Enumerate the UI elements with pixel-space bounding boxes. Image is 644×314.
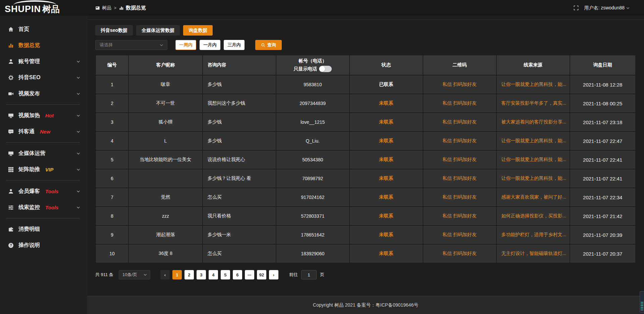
help-icon: ? (8, 243, 14, 248)
sidebar-divider (6, 142, 80, 143)
sidebar-item-data-overview[interactable]: 数据总览 (0, 37, 87, 53)
chevron-down-icon (76, 151, 80, 156)
status-badge: 未联系 (350, 94, 423, 113)
breadcrumb-root[interactable]: 树品 (95, 5, 111, 11)
cell-account: 70898792 (276, 169, 350, 188)
source-link[interactable]: 感谢大家喜欢我家，被问了好... (496, 188, 570, 207)
total-count: 共 911 条 (95, 272, 113, 278)
breadcrumb-separator: > (114, 6, 116, 10)
floating-widget[interactable] (640, 291, 644, 313)
cell-account: 178651642 (276, 225, 350, 244)
sidebar-item-douketong[interactable]: 抖客通 New (0, 123, 87, 140)
sidebar-item-home[interactable]: 首页 (0, 21, 87, 37)
grid-icon (8, 167, 14, 172)
page-size-select[interactable]: 10条/页 (119, 270, 150, 279)
source-link[interactable]: 让你一眼就爱上的黑科技，能... (496, 150, 570, 169)
cell-account: 917024162 (276, 188, 350, 207)
cell-date: 2021-11-08 12:28 (570, 75, 636, 94)
cell-id: 8 (96, 207, 128, 225)
source-link[interactable]: 被大家追着问的客厅投影分享... (496, 113, 570, 132)
qr-link[interactable]: 私信 扫码加好友 (423, 94, 496, 113)
content-divider (87, 16, 644, 20)
qr-link[interactable]: 私信 扫码加好友 (423, 244, 496, 263)
bar-chart-icon (8, 43, 14, 48)
phone-only-toggle[interactable] (319, 66, 332, 72)
logo[interactable]: SHUPIN 树品 (0, 0, 87, 16)
cell-nickname: 潮起潮落 (128, 225, 203, 244)
chat-icon (8, 129, 14, 135)
sidebar-item-omnimedia[interactable]: 全媒体运营 (0, 145, 87, 161)
sidebar-item-spending-details[interactable]: 消费明细 (0, 221, 87, 237)
page-ellipsis-button[interactable]: ••• (245, 270, 254, 279)
sidebar-item-instructions[interactable]: ? 操作说明 (0, 237, 87, 253)
source-link[interactable]: 如何正确选择投影仪，买投影... (496, 207, 570, 225)
page-button-3[interactable]: 3 (197, 270, 206, 279)
next-page-button[interactable]: › (269, 270, 278, 279)
search-button[interactable]: 查询 (255, 40, 282, 50)
cell-id: 4 (96, 132, 128, 150)
qr-link[interactable]: 私信 扫码加好友 (423, 207, 496, 225)
cell-date: 2021-11-07 23:18 (570, 113, 636, 132)
cell-id: 5 (96, 150, 128, 169)
table-row: 2 不可一世 我想问这个多少钱 2097344839 未联系 私信 扫码加好友 … (96, 94, 636, 113)
qr-link[interactable]: 私信 扫码加好友 (423, 169, 496, 188)
status-badge: 未联系 (350, 113, 423, 132)
page-button-92[interactable]: 92 (257, 270, 266, 279)
page-button-4[interactable]: 4 (209, 270, 218, 279)
sidebar-item-douyin-seo[interactable]: 抖音SEO (0, 69, 87, 86)
source-link[interactable]: 客厅安装投影半年多了，真实... (496, 94, 570, 113)
table-row: 7 觉然 怎么买 917024162 未联系 私信 扫码加好友 感谢大家喜欢我家… (96, 188, 636, 207)
sidebar-item-video-heating[interactable]: 视频加热 Hot (0, 107, 87, 123)
chevron-down-icon (76, 113, 80, 118)
sidebar-item-member-customers[interactable]: 会员爆客 Tools (0, 183, 87, 199)
sidebar-divider (6, 218, 80, 218)
chevron-down-icon (76, 167, 80, 172)
account-select[interactable]: 请选择 (95, 40, 167, 50)
header-nickname: 客户昵称 (128, 55, 203, 75)
tab-inquiry-data[interactable]: 询盘数据 (183, 25, 213, 36)
qr-link[interactable]: 私信 扫码加好友 (423, 150, 496, 169)
qr-link[interactable]: 私信 扫码加好友 (423, 113, 496, 132)
video-camera-icon (8, 91, 14, 97)
app-root: SHUPIN 树品 树品 > 数据总览 用户名: zswodun88 (0, 0, 644, 314)
sidebar-item-video-publish[interactable]: 视频发布 (0, 86, 87, 102)
user-menu[interactable]: 用户名: zswodun88 (584, 5, 630, 11)
goto-suffix: 页 (320, 272, 324, 278)
page-button-2[interactable]: 2 (184, 270, 194, 279)
table-row: 10 36度 8 怎么买 183929060 未联系 私信 扫码加好友 无主灯设… (96, 244, 636, 263)
tab-omnimedia-data[interactable]: 全媒体运营数据 (136, 25, 180, 36)
fullscreen-icon[interactable] (574, 5, 579, 10)
cell-date: 2021-11-07 20:39 (570, 225, 636, 244)
chevron-down-icon (76, 129, 80, 134)
status-badge: 未联系 (350, 225, 423, 244)
cell-content: 我想问这个多少钱 (203, 94, 276, 113)
source-link[interactable]: 让你一眼就爱上的黑科技，能... (496, 169, 570, 188)
source-link[interactable]: 无主灯设计，智能磁吸轨道灯... (496, 244, 570, 263)
cell-date: 2021-11-07 22:47 (570, 132, 636, 150)
prev-page-button[interactable]: ‹ (160, 270, 170, 279)
sidebar-item-matrix-boost[interactable]: 矩阵助推 VIP (0, 161, 87, 177)
range-quarter-button[interactable]: 三月内 (224, 40, 245, 50)
qr-link[interactable]: 私信 扫码加好友 (423, 225, 496, 244)
qr-link[interactable]: 私信 扫码加好友 (423, 132, 496, 150)
page-button-1[interactable]: 1 (172, 270, 182, 279)
goto-page-input[interactable] (301, 270, 317, 279)
range-week-button[interactable]: 一周内 (175, 40, 196, 50)
data-tabs: 抖音seo数据 全媒体运营数据 询盘数据 (95, 25, 636, 36)
home-icon (8, 27, 14, 32)
qr-link[interactable]: 私信 扫码加好友 (423, 188, 496, 207)
sidebar-item-lead-monitoring[interactable]: 线索监控 Tools (0, 199, 87, 215)
cell-nickname: zzz (128, 207, 203, 225)
range-month-button[interactable]: 一月内 (200, 40, 220, 50)
page-button-5[interactable]: 5 (221, 270, 230, 279)
cell-content: 怎么买 (203, 244, 276, 263)
qr-link[interactable]: 私信 扫码加好友 (423, 75, 496, 94)
source-link[interactable]: 多功能护栏灯，适用于乡村文... (496, 225, 570, 244)
chevron-down-icon (76, 205, 80, 210)
page-button-6[interactable]: 6 (233, 270, 242, 279)
tab-douyin-seo-data[interactable]: 抖音seo数据 (95, 25, 133, 36)
source-link[interactable]: 让你一眼就爱上的黑科技，能... (496, 132, 570, 150)
sidebar-divider (6, 104, 80, 105)
sidebar-item-account-management[interactable]: 账号管理 (0, 53, 87, 69)
source-link[interactable]: 让你一眼就爱上的黑科技，能... (496, 75, 570, 94)
